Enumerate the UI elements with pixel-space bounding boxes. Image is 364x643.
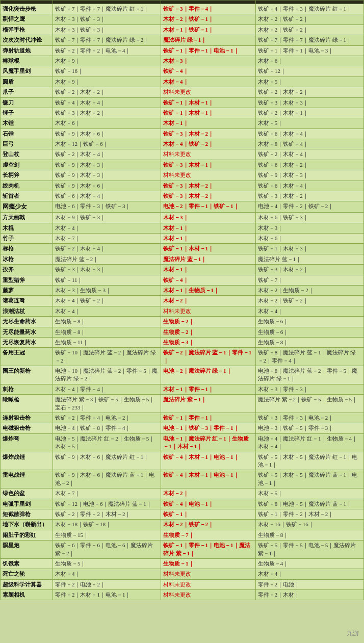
new-cost: 零件－2｜电池｜ [255,579,363,589]
header-new-cost [255,1,363,4]
weapon-name: 网瘾少女 [1,201,53,213]
weapon-name: 弹射轨道炮 [1,45,53,56]
original-cost: 铁矿－2｜零件－2｜电池－4｜ [53,45,161,56]
cost-reduction: 木材－2｜铁矿－2｜ [161,520,256,530]
original-cost: 生物质－8｜ [53,327,161,337]
weapon-name: 标枪 [1,244,53,254]
original-cost: 铁矿－9｜木材－6｜魔法碎片 红－1｜ [53,452,161,470]
new-cost: 铁矿－5｜零件－5｜电池－5｜魔法碎片 紫－1｜ [255,541,363,559]
original-cost: 铁矿－11｜ [53,275,161,285]
cost-reduction: 木材－1｜ [161,265,256,275]
cost-reduction: 电池－2｜魔法碎片 绿－1｜ [161,366,256,384]
weapon-name: 虚空剑 [1,160,53,170]
original-cost: 铁矿－6｜零件－6｜电池－6｜魔法碎片 紫－2｜ [53,541,161,559]
new-cost: 铁矿－7｜ [255,275,363,285]
original-cost: 铁矿－12｜电池－6｜魔法碎片 蓝－1｜ [53,499,161,509]
new-cost: 生物质－8｜ [255,530,363,540]
weapon-name: 无尽生命药水 [1,317,53,327]
cost-reduction: 木材－4｜ [161,76,256,87]
original-cost: 电池－5｜魔法碎片 红－2｜生物质－5｜木材－5｜ [53,433,161,452]
original-cost: 木材－4｜ [53,223,161,233]
weapon-name: 榴弹手枪 [1,24,53,35]
new-cost: 铁矿－4｜零件－3｜魔法碎片 红－1｜ [255,4,363,14]
cost-reduction: 铁矿－3｜木材－1｜ [161,160,256,170]
weapon-name: 陨星炮 [1,541,53,559]
new-cost: 木材－2｜铁矿－2｜ [255,296,363,306]
cost-reduction: 铁矿－3｜木材－2｜ [161,191,256,201]
new-cost: 零件－2｜木材｜ [255,590,363,600]
header-reduction [161,1,256,4]
weapon-name: 电磁狙击枪 [1,423,53,433]
cost-reduction: 铁矿－4｜木材－1｜电池－1｜ [161,470,256,488]
cost-reduction: 铁矿－3｜木材－2｜ [161,181,256,191]
cost-reduction: 生物质－1｜ [161,558,256,569]
new-cost: 木材－2｜铁矿－2｜ [255,14,363,24]
cost-reduction: 木材－1｜ [161,234,256,244]
weapon-name: 长柄斧 [1,170,53,181]
cost-reduction: 材料未更改 [161,569,256,579]
new-cost: 木材－2｜生物质－2｜ [255,285,363,295]
cost-reduction: 铁矿－1｜木材－1｜ [161,97,256,108]
new-cost: 木材－3｜零件－3｜ [255,384,363,394]
weapon-name: 藤萝 [1,285,53,295]
new-cost: 铁矿－9｜木材－3｜ [255,170,363,181]
original-cost: 木材－4｜铁矿－2｜ [53,296,161,306]
watermark: 九游 [347,629,359,638]
new-cost: 铁矿－6｜木材－2｜ [255,160,363,170]
cost-reduction: 铁矿－1｜零件－1｜ [161,413,256,423]
weapon-name: 诸葛连弩 [1,296,53,306]
new-cost: 木材－16｜铁矿－16｜ [255,520,363,530]
cost-reduction: 生物质－7｜ [161,530,256,540]
original-cost: 铁矿－2｜零件－4｜电池－2｜ [53,413,161,423]
cost-reduction: 魔法碎片 紫－1｜ [161,395,256,413]
weapon-name: 锤子 [1,108,53,118]
weapon-name: 爆炸弩 [1,433,53,452]
cost-reduction: 材料未更改 [161,579,256,589]
weapon-name: 风魔手里剑 [1,66,53,76]
original-cost: 木材－9｜ [53,76,161,87]
cost-reduction: 铁矿－1｜木材－1｜ [161,244,256,254]
original-cost: 铁矿－7｜零件－7｜魔法碎片 绿－2｜ [53,35,161,45]
original-cost: 木材－9｜铁矿－3｜ [53,213,161,223]
cost-reduction: 铁矿－2｜魔法碎片 蓝－1｜零件－1｜ [161,348,256,366]
weapon-name: 超级科学计算器 [1,579,53,589]
weapon-name: 次次次时代冲锋 [1,35,53,45]
new-cost: 木材－6｜ [255,56,363,66]
weapon-name: 雷电战锤 [1,470,53,488]
weapon-name: 饥饿素 [1,558,53,569]
original-cost: 木材－4｜ [53,306,161,316]
weapon-name: 强化突击步枪 [1,4,53,14]
original-cost: 铁矿－4｜木材－4｜ [53,97,161,108]
weapon-name: 绿色的盆 [1,488,53,499]
new-cost: 铁矿－6｜木材－4｜ [255,128,363,139]
original-cost: 电池－4｜铁矿－8｜零件－4｜ [53,423,161,433]
weapon-name: 死亡之轮 [1,569,53,579]
cost-reduction: 电池－1｜铁矿－3｜零件－1｜ [161,423,256,433]
new-cost: 木材－4｜ [255,569,363,579]
new-cost: 铁矿－8｜魔法碎片 蓝－1｜魔法碎片 绿－2｜零件－4｜ [255,348,363,366]
weapon-name: 石锤 [1,128,53,139]
weapon-name: 电弧手里剑 [1,499,53,509]
new-cost: 铁矿－3｜木材－3｜ [255,97,363,108]
original-cost: 铁矿－2｜木材－4｜ [53,244,161,254]
original-cost: 铁矿－7｜零件－7｜魔法碎片 红－1｜ [53,4,161,14]
new-cost: 铁矿－1｜木材－3｜ [255,244,363,254]
cost-reduction: 生物质－2｜ [161,327,256,337]
new-cost: 铁矿－3｜木材－2｜ [255,191,363,201]
weapon-name: 爪子 [1,87,53,97]
new-cost: 铁矿－6｜木材－4｜ [255,181,363,191]
weapon-name: 瞰瞰枪 [1,395,53,413]
original-cost: 铁矿－3｜木材－2｜ [53,108,161,118]
original-cost: 木材－18｜铁矿－18｜ [53,520,161,530]
new-cost: 电池－3｜铁矿－5｜零件－3｜ [255,423,363,433]
original-cost: 木材－3｜铁矿－3｜ [53,14,161,24]
weapon-name: 木棍 [1,223,53,233]
cost-reduction: 材料未更改 [161,170,256,181]
new-cost: 铁矿－12｜ [255,66,363,76]
weapon-name: 连射狙击枪 [1,413,53,423]
new-cost: 生物质－4｜ [255,558,363,569]
weapon-name: 素颜相机 [1,590,53,600]
original-cost: 魔法碎片 紫－3｜铁矿－5｜生物质－5｜宝石－233｜ [53,395,161,413]
weapon-name: 闹肚子的彩虹 [1,530,53,540]
original-cost: 生物质－11｜ [53,337,161,347]
